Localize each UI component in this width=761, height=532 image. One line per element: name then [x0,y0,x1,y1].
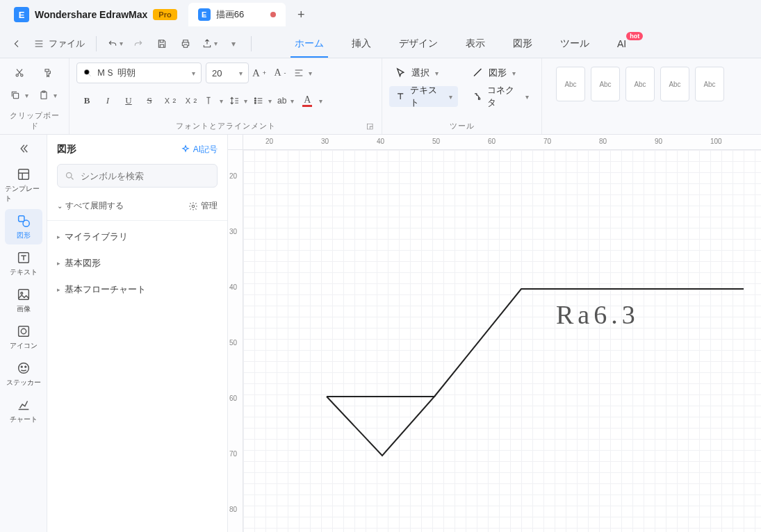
underline-button[interactable]: U [118,90,139,111]
back-button[interactable] [7,34,26,53]
section-basic-shapes[interactable]: ▸基本図形 [47,250,227,276]
style-preset-1[interactable]: Abc [556,67,585,101]
svg-rect-13 [18,290,28,300]
svg-point-19 [24,366,26,367]
style-preset-2[interactable]: Abc [591,67,620,101]
search-icon [83,68,92,78]
svg-point-14 [20,292,22,294]
tab-ai[interactable]: AIhot [613,29,630,58]
menu-bar: ファイル ▾ ▾ ▾ ホーム 挿入 デザイン 表示 図形 ツール AIhot [0,29,761,58]
copy-button[interactable]: ▾ [7,85,31,106]
svg-point-17 [18,363,28,374]
workspace: テンプレート 図形 テキスト 画像 アイコン ステッカー チャート 図形 AI記… [0,135,761,532]
bullet-list-button[interactable]: ▾ [250,90,275,111]
expand-all-button[interactable]: ⌄すべて展開する [57,200,124,212]
tab-tools[interactable]: ツール [556,29,594,58]
canvas-text-label[interactable]: Ra6.3 [556,299,639,330]
text-transform-button[interactable]: ab▾ [275,90,297,111]
vtab-templates[interactable]: テンプレート [5,163,42,208]
text-tool-button[interactable]: テキスト▾ [389,86,458,107]
style-preset-5[interactable]: Abc [695,67,724,101]
bold-button[interactable]: B [76,90,97,111]
svg-rect-10 [18,216,24,222]
vtab-images[interactable]: 画像 [5,283,42,318]
vtab-shapes[interactable]: 図形 [5,209,42,244]
panel-title: 図形 [57,143,76,156]
style-gallery: Abc Abc Abc Abc Abc [549,63,754,106]
document-tab[interactable]: E 描画66 [188,3,286,26]
pro-badge: Pro [153,9,177,20]
gear-icon [188,201,198,211]
style-preset-4[interactable]: Abc [660,67,689,101]
canvas-area: 2030405060708090100 20304050607080 Ra6.3 [228,135,761,532]
subscript-button[interactable]: X2 [181,90,202,111]
strikethrough-button[interactable]: S [139,90,160,111]
collapse-sidebar-button[interactable] [13,139,35,158]
section-my-library[interactable]: ▸マイライブラリ [47,224,227,250]
tab-insert[interactable]: 挿入 [347,29,375,58]
select-tool-button[interactable]: 選択▾ [389,63,458,83]
vtab-icons[interactable]: アイコン [5,319,42,355]
italic-button[interactable]: I [97,90,118,111]
undo-button[interactable]: ▾ [105,34,124,53]
export-button[interactable]: ▾ [199,34,219,53]
svg-rect-3 [41,92,47,99]
drawing-canvas[interactable]: Ra6.3 [243,150,761,532]
title-tab-bar: E Wondershare EdrawMax Pro E 描画66 + [0,0,761,29]
font-group-launcher[interactable]: ◲ [365,122,375,131]
ruler-corner [228,135,243,150]
symbol-search-input[interactable] [81,171,210,181]
vtab-text[interactable]: テキスト [5,246,42,281]
font-color-button[interactable]: A [297,90,318,111]
file-menu-button[interactable]: ファイル [31,34,88,53]
tab-design[interactable]: デザイン [395,29,442,58]
more-menu-button[interactable]: ▾ [223,34,243,53]
svg-point-16 [21,329,26,333]
app-brand-tab[interactable]: E Wondershare EdrawMax Pro [4,3,187,26]
svg-point-21 [192,205,195,208]
new-tab-button[interactable]: + [291,5,311,24]
svg-point-5 [84,69,89,74]
canvas-drawing[interactable] [243,150,761,532]
style-preset-3[interactable]: Abc [625,67,655,101]
svg-rect-9 [18,169,28,180]
cut-button[interactable] [7,63,31,83]
vtab-stickers[interactable]: ステッカー [5,356,42,392]
symbol-search[interactable] [57,164,218,188]
unsaved-indicator-icon [270,12,276,17]
align-button[interactable]: ▾ [291,63,315,83]
tab-view[interactable]: 表示 [461,29,489,58]
doc-icon: E [198,8,211,21]
format-painter-button[interactable] [35,63,60,83]
redo-button[interactable] [129,34,148,53]
tab-home[interactable]: ホーム [291,29,328,58]
paste-button[interactable]: ▾ [35,85,60,106]
shape-tool-button[interactable]: 図形▾ [466,63,535,83]
svg-point-0 [16,74,18,76]
tools-group-label: ツール [389,118,534,133]
font-decrease-button[interactable]: A- [270,63,291,83]
vertical-toolbar: テンプレート 図形 テキスト 画像 アイコン ステッカー チャート [0,135,47,532]
tab-shapes[interactable]: 図形 [509,29,537,58]
line-spacing-button[interactable]: ▾ [226,90,250,111]
text-case-button[interactable]: ▾ [202,90,226,111]
connector-tool-button[interactable]: コネクタ▾ [466,86,535,107]
font-size-select[interactable]: 20▾ [206,63,249,83]
svg-point-7 [254,100,256,101]
font-size-value: 20 [212,68,222,78]
save-button[interactable] [152,34,172,53]
svg-point-8 [254,102,256,103]
svg-rect-15 [18,326,28,337]
file-menu-label: ファイル [49,38,85,50]
font-increase-button[interactable]: A+ [249,63,270,83]
svg-rect-2 [13,93,18,98]
horizontal-ruler[interactable]: 2030405060708090100 [243,135,761,150]
print-button[interactable] [176,34,195,53]
ai-symbols-button[interactable]: AI記号 [181,144,218,156]
superscript-button[interactable]: X2 [160,90,181,111]
vertical-ruler[interactable]: 20304050607080 [228,150,243,532]
section-basic-flowchart[interactable]: ▸基本フローチャート [47,276,227,303]
font-family-select[interactable]: ＭＳ 明朝 ▾ [76,63,202,83]
manage-button[interactable]: 管理 [188,200,218,212]
vtab-charts[interactable]: チャート [5,393,42,429]
